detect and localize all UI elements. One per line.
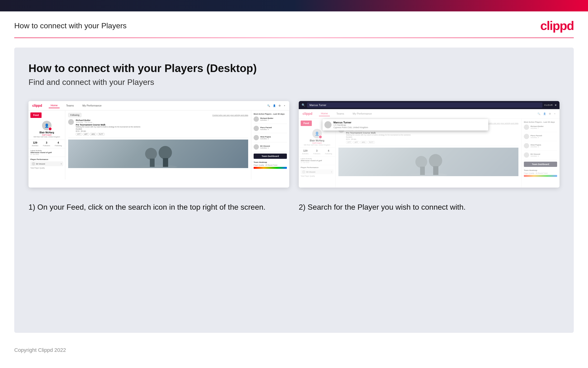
- pli-avatar-2: [254, 126, 259, 131]
- pp-avatar-2: [302, 170, 305, 174]
- search-dropdown: Marcus Turner 1.5 Handicap Cypress Point…: [323, 119, 488, 130]
- svg-point-5: [409, 173, 448, 176]
- center-panel-1: Following Control who can see your activ…: [65, 110, 251, 179]
- screenshot-1: clippd Home Teams My Performance 🔍 👤 ⚙ ⚬…: [28, 101, 289, 188]
- svg-rect-8: [420, 167, 425, 175]
- player-list-item-4: Eli Vincent Activities: 1: [254, 144, 287, 152]
- activity-content: Richard Butler Yesterday · The Grove Pre…: [76, 119, 140, 136]
- stat-activities-2: 129 Activities: [302, 149, 309, 155]
- pli-info-5: Richard Butler Activities: 7: [531, 125, 544, 129]
- player-performance-left: Player Performance Eli Vincent ▾ Total P…: [28, 157, 65, 170]
- right-panel-1: Most Active Players - Last 30 days Richa…: [251, 110, 289, 179]
- nav-home-2: Home: [319, 111, 330, 116]
- svg-point-1: [145, 148, 157, 160]
- search-icon[interactable]: 🔍: [267, 104, 270, 107]
- pli-info-1: Richard Butler Activities: 7: [260, 117, 273, 121]
- header-divider: [14, 37, 574, 38]
- player-list-item-2: Piers Parnell Activities: 4: [254, 126, 287, 133]
- player-list-item-7: Hiral Pujara Activities: 3: [524, 143, 557, 150]
- app-logo-2: clippd: [303, 112, 312, 116]
- stat-followers: 3 Followers: [43, 141, 50, 147]
- page-title: How to connect with your Players: [14, 21, 127, 30]
- team-dashboard-button[interactable]: Team Dashboard: [254, 154, 287, 159]
- feed-tab[interactable]: Feed: [30, 112, 42, 118]
- following-button[interactable]: Following: [68, 113, 81, 117]
- tag-app-2: APP: [353, 141, 359, 144]
- search-result-avatar: [325, 121, 332, 128]
- latest-activity: Latest Activity Afternoon round of golf …: [28, 148, 65, 157]
- profile-role-2: Golf Coach: [301, 142, 333, 144]
- latest-activity-2: Latest Activity Afternoon round of golf …: [299, 156, 335, 165]
- clear-button[interactable]: CLEAR: [544, 104, 553, 106]
- player-list-item-5: Richard Butler Activities: 7: [524, 125, 557, 132]
- avatar-icon-2: ⚬: [554, 112, 556, 115]
- header: How to connect with your Players clippd: [0, 11, 588, 37]
- avatar-icon[interactable]: ⚬: [284, 104, 285, 107]
- tag-app: APP: [83, 133, 89, 136]
- pli-avatar-4: [254, 144, 259, 149]
- nav-my-performance-2: My Performance: [351, 111, 374, 116]
- stat-following: 4 Following: [55, 141, 62, 147]
- app-mock-2: 🔍 Marcus Turner CLEAR × Marcus Turner 1.…: [299, 101, 560, 188]
- search-bar: 🔍 Marcus Turner CLEAR ×: [299, 101, 560, 109]
- svg-point-6: [415, 156, 427, 168]
- nav-teams[interactable]: Teams: [64, 103, 76, 108]
- stat-following-2: 4 Following: [325, 149, 332, 155]
- user-icon-2: 👤: [543, 112, 546, 115]
- svg-point-7: [429, 154, 442, 167]
- player-row: Eli Vincent ▾: [30, 161, 63, 166]
- golf-silhouette: [68, 139, 248, 168]
- golf-image-2: [338, 148, 518, 176]
- screenshots-grid: clippd Home Teams My Performance 🔍 👤 ⚙ ⚬…: [28, 101, 560, 188]
- pli-info-2: Piers Parnell Activities: 4: [260, 127, 272, 130]
- pli-avatar-5: [524, 125, 529, 130]
- left-panel-1: Feed 👤 Blair McHarg Golf Coach Mill Ride…: [28, 110, 65, 179]
- activity-card: Richard Butler Yesterday · The Grove Pre…: [68, 119, 248, 138]
- footer: Copyright Clippd 2022: [0, 342, 588, 358]
- tag-putt-2: PUTT: [368, 141, 375, 144]
- profile-club-2: Mill Ride Golf Club, United Kingdom: [301, 144, 333, 146]
- settings-icon[interactable]: ⚙: [279, 104, 281, 107]
- clippd-logo: clippd: [540, 18, 574, 33]
- nav-home[interactable]: Home: [49, 103, 59, 108]
- user-icon[interactable]: 👤: [273, 104, 276, 107]
- app-nav-2: clippd Home Teams My Performance 🔍 👤 ⚙ ⚬: [299, 109, 560, 119]
- pli-info-4: Eli Vincent Activities: 1: [260, 145, 270, 149]
- team-dashboard-button-2: Team Dashboard: [524, 162, 557, 167]
- profile-name-2: Blair McHarg: [301, 139, 333, 142]
- pli-info-3: Hiral Pujara Activities: 3: [260, 136, 271, 139]
- pli-avatar-8: [524, 152, 529, 158]
- pli-info-6: Piers Parnell Activities: 4: [531, 135, 542, 138]
- svg-point-0: [139, 165, 177, 168]
- stats-row-2: 129 Activities 3 Followers 4 Following: [299, 148, 335, 156]
- pli-avatar-6: [524, 134, 529, 139]
- pli-avatar-7: [524, 143, 529, 148]
- close-icon[interactable]: ×: [555, 103, 557, 107]
- copyright-text: Copyright Clippd 2022: [14, 347, 66, 353]
- svg-point-2: [159, 146, 172, 159]
- screenshot-2: 🔍 Marcus Turner CLEAR × Marcus Turner 1.…: [299, 101, 560, 188]
- tags-row-2: OTT APP ARG PUTT: [346, 141, 411, 144]
- golf-image: [68, 139, 248, 168]
- pp-avatar: [32, 162, 35, 166]
- tag-ott-2: OTT: [346, 141, 352, 144]
- right-panel-2: Most Active Players - Last 30 days Richa…: [521, 119, 560, 188]
- golf-silhouette-2: [338, 148, 518, 176]
- nav-teams-2: Teams: [335, 111, 346, 116]
- nav-my-performance[interactable]: My Performance: [80, 103, 104, 108]
- tags-row: OTT APP ARG PUTT: [76, 133, 140, 136]
- search-icon-dark: 🔍: [302, 103, 305, 107]
- settings-icon-2: ⚙: [549, 112, 551, 115]
- search-icon-2: 🔍: [537, 112, 540, 115]
- app-logo-1: clippd: [32, 104, 42, 107]
- player-row-2: Eli Vincent ▾: [301, 169, 333, 174]
- profile-section: 👤 Blair McHarg Golf Coach Mill Ride Golf…: [28, 118, 65, 140]
- nav-icons-2: 🔍 👤 ⚙ ⚬: [537, 112, 556, 115]
- player-list-item-8: Eli Vincent Activities: 1: [524, 152, 557, 160]
- search-input[interactable]: Marcus Turner: [307, 102, 542, 108]
- svg-rect-3: [150, 158, 155, 167]
- dropdown-arrow-icon[interactable]: ▾: [61, 163, 62, 165]
- player-list-item-6: Piers Parnell Activities: 4: [524, 134, 557, 141]
- app-mock-1: clippd Home Teams My Performance 🔍 👤 ⚙ ⚬…: [28, 101, 289, 179]
- control-link[interactable]: Control who can see your activity and da…: [212, 114, 248, 116]
